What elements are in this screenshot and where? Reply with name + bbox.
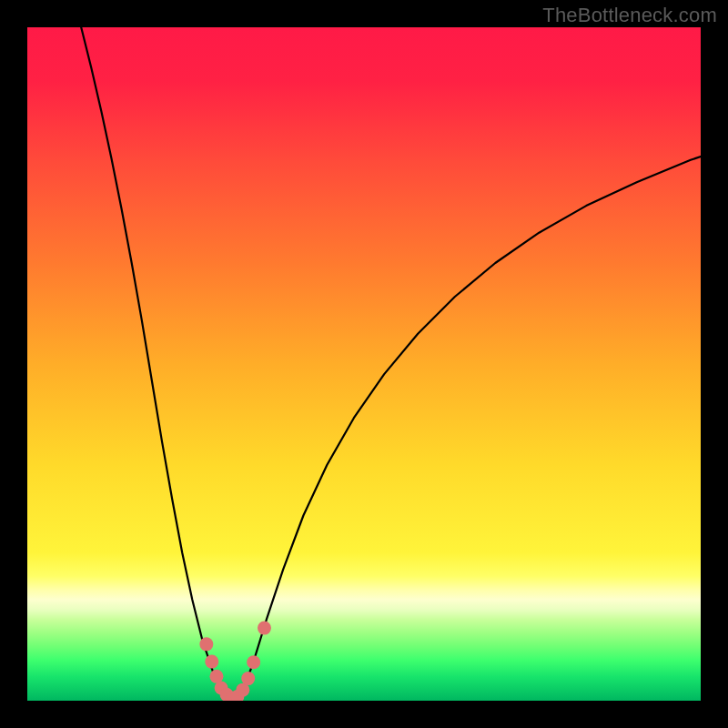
chart-svg <box>27 27 701 701</box>
marker-dot <box>241 672 255 685</box>
marker-dot <box>199 637 213 651</box>
marker-dot <box>205 655 218 669</box>
marker-dot <box>258 622 271 635</box>
watermark-text: TheBottleneck.com <box>542 4 717 27</box>
plot-area <box>27 27 701 701</box>
chart-background <box>27 27 701 701</box>
marker-dot <box>247 655 260 669</box>
chart-frame: TheBottleneck.com <box>0 0 728 728</box>
